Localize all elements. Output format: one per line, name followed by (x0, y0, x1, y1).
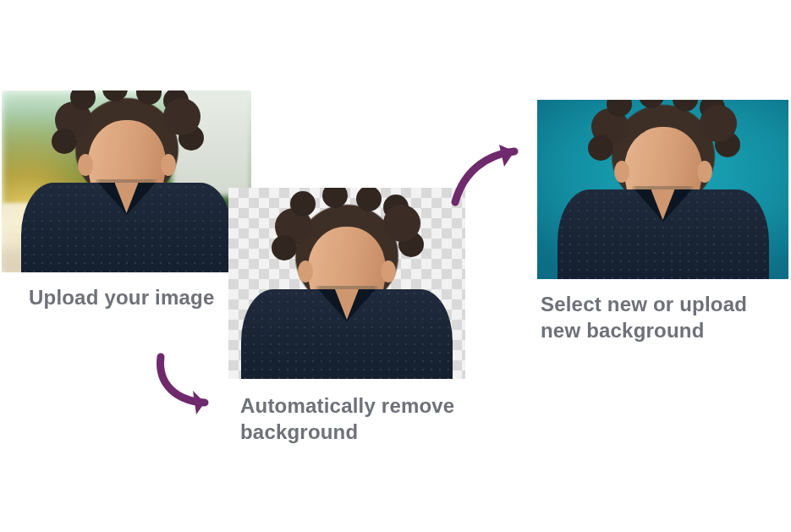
step-upload-caption: Upload your image (29, 284, 223, 310)
step-select-caption: Select new or upload new background (541, 291, 786, 343)
step-upload: Upload your image (2, 90, 251, 310)
step-remove-image (228, 188, 465, 379)
step-select-bg: Select new or upload new background (537, 100, 788, 343)
step-upload-image (2, 90, 251, 272)
svg-marker-0 (193, 391, 205, 414)
arrow-remove-to-select (448, 140, 533, 216)
step-remove-bg: Automatically remove background (228, 188, 511, 445)
arrow-upload-to-remove (152, 350, 233, 421)
step-select-image (537, 100, 788, 279)
step-remove-caption: Automatically remove background (240, 392, 511, 445)
